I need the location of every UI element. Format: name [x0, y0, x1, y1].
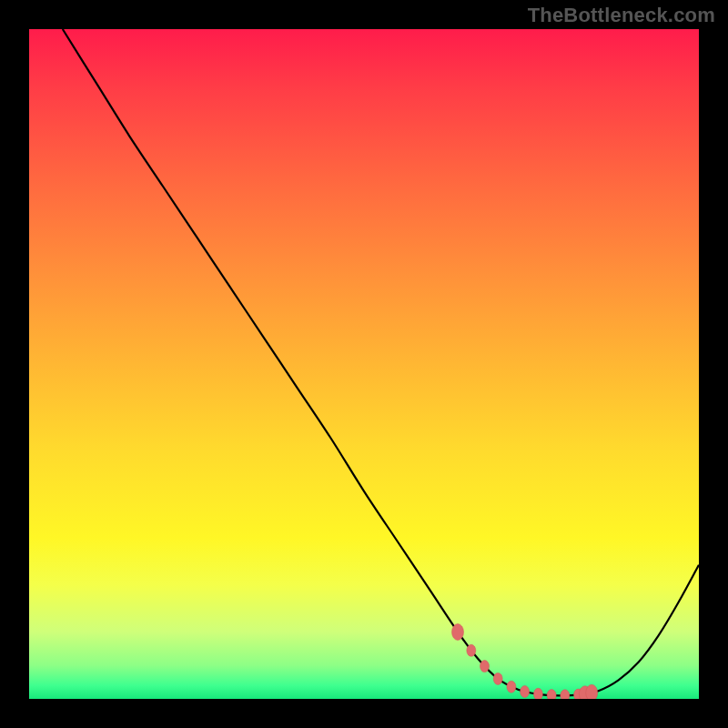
optimal-marker	[586, 684, 598, 699]
optimal-marker	[507, 681, 516, 693]
optimal-marker	[533, 688, 542, 699]
optimal-marker	[493, 672, 502, 684]
optimal-marker	[561, 690, 570, 699]
optimal-range-markers	[452, 624, 598, 700]
optimal-marker	[547, 690, 556, 699]
bottleneck-curve	[63, 29, 699, 695]
optimal-marker	[480, 661, 490, 672]
optimal-marker	[467, 644, 476, 656]
optimal-marker	[521, 686, 530, 698]
chart-frame: TheBottleneck.com	[0, 0, 728, 728]
plot-area	[29, 29, 699, 699]
optimal-marker	[452, 624, 464, 641]
curve-svg	[29, 29, 699, 699]
watermark-text: TheBottleneck.com	[528, 4, 715, 27]
